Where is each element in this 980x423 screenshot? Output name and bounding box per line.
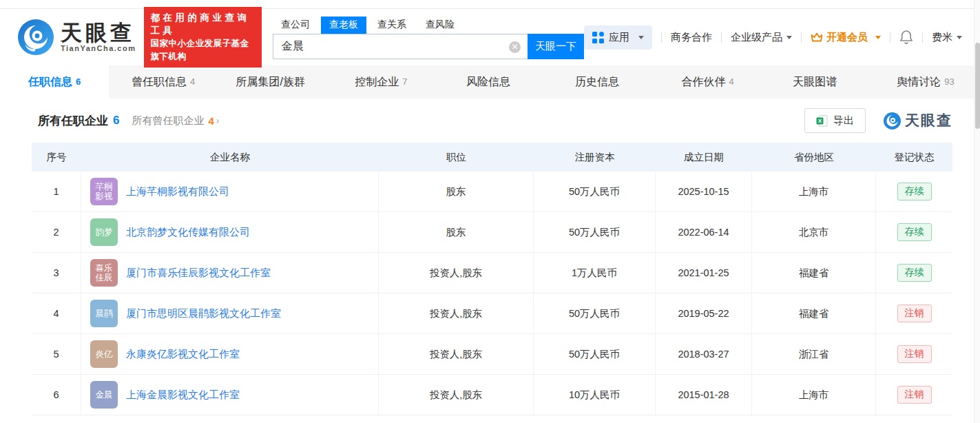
divider: [890, 32, 890, 43]
tab-controlled-companies[interactable]: 控制企业7: [326, 65, 435, 99]
tab-count: 6: [76, 76, 81, 87]
tab-count: 4: [729, 76, 734, 87]
table-row: 4 晨鹃厦门市思明区晨鹃影视文化工作室 投资人,股东 50万人民币 2019-0…: [32, 293, 952, 334]
tab-group[interactable]: 所属集团/族群: [218, 65, 326, 99]
logo-title: 天眼查: [61, 22, 136, 44]
company-link[interactable]: 北京韵梦文化传媒有限公司: [126, 226, 250, 239]
search-tabs: 查公司 查老板 查关系 查风险: [273, 15, 584, 34]
apps-menu[interactable]: 应用: [584, 25, 652, 50]
position-cell: 投资人,股东: [379, 375, 534, 415]
region-cell: 福建省: [752, 293, 876, 333]
vip-label: 开通会员: [826, 31, 868, 44]
position-cell: 投资人,股东: [379, 334, 534, 374]
status-badge: 注销: [897, 305, 932, 322]
enterprise-products-label: 企业级产品: [731, 31, 782, 44]
search-tab-relation[interactable]: 查关系: [369, 17, 415, 34]
tab-risk-info[interactable]: 风险信息: [435, 65, 544, 99]
row-index: 1: [32, 172, 81, 212]
region-cell: 上海市: [752, 375, 876, 415]
positions-table: 序号 企业名称 职位 注册资本 成立日期 省份地区 登记状态 1 芊桐 影视上海…: [32, 143, 952, 415]
username: 费米: [932, 31, 952, 44]
tab-count: 7: [402, 76, 407, 87]
position-cell: 投资人,股东: [379, 293, 534, 333]
row-index: 6: [32, 375, 81, 415]
date-cell: 2021-01-25: [656, 253, 752, 293]
region-cell: 北京市: [752, 212, 876, 252]
company-link[interactable]: 永康炎亿影视文化工作室: [126, 348, 240, 361]
watermark-logo: 天眼查: [884, 111, 952, 130]
col-header-date: 成立日期: [656, 143, 752, 172]
region-cell: 福建省: [752, 253, 876, 293]
company-link[interactable]: 厦门市思明区晨鹃影视文化工作室: [126, 307, 281, 320]
search-button[interactable]: 天眼一下: [528, 34, 584, 59]
chevron-down-icon: [786, 36, 792, 39]
apps-grid-icon: [592, 32, 604, 43]
status-badge: 存续: [897, 223, 932, 241]
promo-banner: 都在用的商业查询工具 国家中小企业发展子基金旗下机构: [144, 7, 262, 68]
position-cell: 投资人,股东: [379, 253, 534, 293]
table-row: 6 金晨上海金晨影视文化工作室 投资人,股东 10万人民币 2015-01-28…: [32, 375, 952, 415]
scrollbar-thumb[interactable]: [975, 43, 980, 129]
user-menu[interactable]: 费米: [932, 31, 962, 44]
former-companies-link[interactable]: 所有曾任职企业 4 ›: [132, 114, 219, 127]
tab-history-info[interactable]: 历史信息: [545, 65, 654, 99]
enterprise-products-menu[interactable]: 企业级产品: [731, 31, 792, 44]
divider: [922, 32, 923, 43]
tab-count: 4: [190, 76, 195, 87]
search-input-value: 金晨: [273, 39, 304, 54]
capital-cell: 50万人民币: [534, 293, 656, 333]
col-header-index: 序号: [32, 143, 81, 172]
business-cooperation-link[interactable]: 商务合作: [671, 31, 712, 44]
chevron-down-icon: [957, 36, 962, 39]
section-actions: X 导出 天眼查: [804, 108, 952, 133]
chevron-down-icon: [638, 36, 644, 39]
page-scrollbar[interactable]: [974, 0, 980, 423]
tab-graph[interactable]: 天眼图谱: [762, 65, 871, 99]
search-input[interactable]: 金晨 ✕: [273, 34, 528, 59]
table-row: 2 韵梦北京韵梦文化传媒有限公司 股东 50万人民币 2022-06-14 北京…: [32, 212, 952, 253]
section-count: 6: [113, 114, 119, 127]
date-cell: 2025-10-15: [656, 172, 752, 212]
status-badge: 注销: [897, 345, 932, 363]
search-row: 金晨 ✕ 天眼一下: [273, 34, 584, 59]
search-tab-company[interactable]: 查公司: [273, 17, 318, 34]
notification-bell-icon[interactable]: [899, 30, 913, 45]
company-avatar: 晨鹃: [90, 300, 118, 327]
company-avatar: 韵梦: [90, 218, 118, 246]
company-link[interactable]: 上海芊桐影视有限公司: [126, 185, 229, 198]
search-tab-boss[interactable]: 查老板: [321, 17, 366, 34]
tab-partners[interactable]: 合作伙伴4: [654, 65, 762, 99]
table-header: 序号 企业名称 职位 注册资本 成立日期 省份地区 登记状态: [32, 143, 952, 172]
row-index: 4: [32, 293, 81, 333]
capital-cell: 1万人民币: [534, 253, 656, 293]
watermark-text: 天眼查: [905, 111, 952, 130]
date-cell: 2019-05-22: [656, 293, 752, 333]
clear-icon[interactable]: ✕: [509, 41, 521, 53]
capital-cell: 50万人民币: [534, 172, 656, 212]
divider: [661, 32, 662, 43]
apps-label: 应用: [609, 31, 629, 44]
export-button[interactable]: X 导出: [804, 108, 866, 133]
excel-icon: X: [816, 115, 828, 127]
row-index: 5: [32, 334, 81, 374]
col-header-position: 职位: [379, 143, 534, 172]
crown-icon: [811, 32, 823, 43]
tab-positions[interactable]: 任职信息6: [0, 65, 109, 99]
tab-public-opinion[interactable]: 舆情讨论93: [871, 65, 980, 99]
chevron-down-icon: [875, 36, 881, 39]
position-cell: 股东: [379, 212, 534, 252]
search-tab-risk[interactable]: 查风险: [417, 17, 463, 34]
date-cell: 2018-03-27: [656, 334, 752, 374]
position-cell: 股东: [379, 172, 534, 212]
company-link[interactable]: 厦门市喜乐佳辰影视文化工作室: [126, 267, 271, 280]
region-cell: 上海市: [752, 172, 876, 212]
tab-count: 93: [944, 76, 954, 87]
status-badge: 注销: [897, 386, 932, 404]
company-avatar: 炎亿: [90, 340, 118, 368]
vip-upgrade-menu[interactable]: 开通会员: [811, 31, 881, 44]
tab-former-positions[interactable]: 曾任职信息4: [109, 65, 218, 99]
table-row: 5 炎亿永康炎亿影视文化工作室 投资人,股东 50万人民币 2018-03-27…: [32, 334, 952, 375]
company-link[interactable]: 上海金晨影视文化工作室: [126, 389, 240, 402]
status-badge: 存续: [897, 264, 932, 282]
tianyancha-logo[interactable]: 天眼查 TianYanCha.com: [18, 19, 136, 55]
